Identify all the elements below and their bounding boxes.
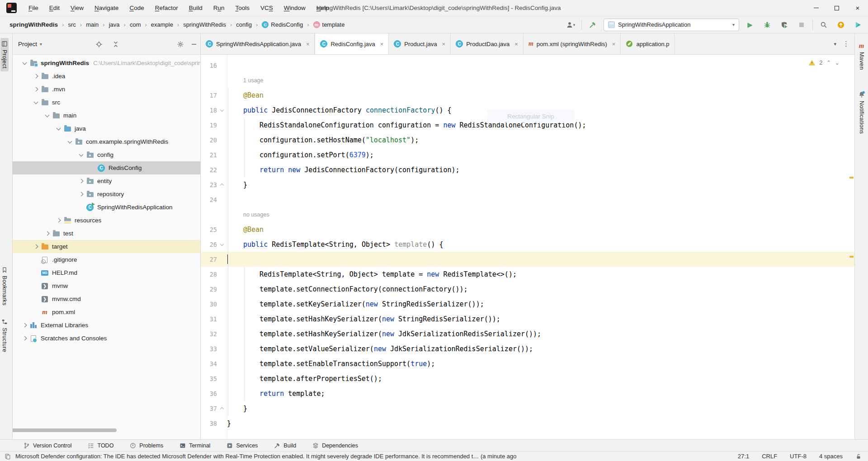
code-line-24[interactable]: 24 (201, 192, 854, 207)
tree-row-springwithredisapplication[interactable]: CSpringWithRedisApplication (13, 201, 200, 214)
line-number[interactable]: 37 (201, 405, 217, 412)
lock-icon[interactable] (855, 453, 862, 460)
line-number[interactable]: 17 (201, 92, 217, 99)
code-line-16[interactable]: 16 (201, 58, 854, 73)
chevron-down-icon[interactable] (53, 124, 63, 134)
toolwindow-dependencies[interactable]: Dependencies (312, 442, 358, 449)
indent-style[interactable]: 4 spaces (819, 453, 843, 460)
close-icon[interactable]: × (612, 41, 616, 47)
debug-button[interactable] (761, 19, 774, 31)
chevron-right-icon[interactable] (76, 189, 86, 199)
tree-row-main[interactable]: main (13, 109, 200, 122)
line-number[interactable]: 34 (201, 360, 217, 367)
run-button[interactable]: ▶ (744, 19, 756, 31)
menu-build[interactable]: Build (184, 2, 207, 14)
tree-row-gitignore[interactable]: .gitignore (13, 253, 200, 266)
menu-code[interactable]: Code (125, 2, 148, 14)
menu-file[interactable]: File (24, 2, 43, 14)
tree-row-entity[interactable]: entity (13, 174, 200, 188)
prev-warning-chevron-icon[interactable]: ⌃ (827, 60, 831, 66)
caret-position[interactable]: 27:1 (738, 453, 749, 460)
line-number[interactable]: 29 (201, 286, 217, 293)
hide-panel-button[interactable] (190, 40, 198, 48)
chevron-right-icon[interactable] (42, 229, 52, 239)
breadcrumb-item-main[interactable]: main (85, 20, 100, 29)
coverage-button[interactable] (778, 19, 791, 31)
next-warning-chevron-icon[interactable]: ⌃ (835, 60, 839, 66)
fold-gutter[interactable] (217, 109, 227, 111)
menu-edit[interactable]: Edit (45, 2, 64, 14)
horizontal-scrollbar[interactable] (13, 428, 117, 432)
panel-settings-button[interactable] (176, 40, 184, 48)
fold-gutter[interactable] (217, 183, 227, 187)
code-line-20[interactable]: 20configuration.setHostName("localhost")… (201, 132, 854, 147)
tab-product-java[interactable]: CProduct.java× (389, 33, 451, 54)
close-icon[interactable]: × (514, 41, 518, 47)
tree-row-idea[interactable]: .idea (13, 70, 200, 83)
tree-row-redisconfig[interactable]: CRedisConfig (13, 161, 200, 174)
toolwindow-terminal[interactable]: Terminal (179, 442, 210, 449)
chevron-right-icon[interactable] (31, 85, 41, 94)
chevron-down-icon[interactable] (42, 111, 52, 121)
tree-row-resources[interactable]: resources (13, 214, 200, 227)
menu-refactor[interactable]: Refactor (151, 2, 183, 14)
breadcrumb-item-com[interactable]: com (128, 20, 142, 29)
tree-row-pom-xml[interactable]: mpom.xml (13, 306, 200, 319)
line-number[interactable]: 22 (201, 166, 217, 174)
maximize-button[interactable] (826, 0, 847, 16)
search-everywhere-button[interactable] (817, 19, 830, 31)
close-icon[interactable]: × (306, 41, 310, 47)
minimize-button[interactable] (806, 0, 826, 16)
chevron-right-icon[interactable] (19, 320, 29, 330)
build-project-button[interactable] (586, 19, 599, 31)
line-number[interactable]: 36 (201, 390, 217, 397)
tab-springwithredisapplication-java[interactable]: CSpringWithRedisApplication.java× (201, 33, 315, 54)
code-line-25[interactable]: 25@Bean (201, 222, 854, 237)
line-number[interactable]: 27 (201, 256, 217, 263)
toolwindow-problems[interactable]: Problems (130, 442, 163, 449)
tree-row-test[interactable]: test (13, 227, 200, 240)
tree-row-scratches-and-consoles[interactable]: Scratches and Consoles (13, 332, 200, 345)
tree-row-mvnw-cmd[interactable]: ❯mvnw.cmd (13, 292, 200, 306)
code-line-31[interactable]: 31template.setHashKeySerializer(new Stri… (201, 311, 854, 326)
collapse-all-button[interactable] (112, 40, 120, 48)
line-number[interactable]: 31 (201, 315, 217, 323)
code-line-26[interactable]: 26public RedisTemplate<String, Object> t… (201, 237, 854, 252)
close-icon[interactable]: × (442, 41, 446, 47)
code-line-inlay[interactable]: 1 usage (201, 73, 854, 88)
code-line-17[interactable]: 17@Bean (201, 88, 854, 103)
tree-row-springwithredis[interactable]: springWithRedisC:\Users\Limark\Desktop\d… (13, 56, 200, 70)
stop-button[interactable] (795, 19, 808, 31)
tree-row-com-example-springwithredis[interactable]: com.example.springWithRedis (13, 135, 200, 148)
line-number[interactable]: 21 (201, 151, 217, 159)
code-line-inlay[interactable]: no usages (201, 207, 854, 222)
close-icon[interactable]: × (380, 41, 384, 47)
tree-row-repository[interactable]: repository (13, 188, 200, 201)
fold-gutter[interactable] (217, 407, 227, 410)
inspection-widget[interactable]: 2 ⌃ ⌃ (809, 59, 839, 66)
tree-row-external-libraries[interactable]: External Libraries (13, 319, 200, 332)
breadcrumb-item-example[interactable]: example (150, 20, 175, 29)
code-line-29[interactable]: 29template.setConnectionFactory(connecti… (201, 282, 854, 296)
breadcrumb-item-src[interactable]: src (66, 20, 77, 29)
breadcrumb-item-java[interactable]: java (108, 20, 121, 29)
tab-redisconfig-java[interactable]: CRedisConfig.java× (315, 33, 389, 54)
line-number[interactable]: 24 (201, 196, 217, 203)
vertical-scrollbar[interactable] (849, 55, 854, 439)
chevron-right-icon[interactable] (76, 176, 86, 186)
tree-row-mvnw[interactable]: ❯mvnw (13, 279, 200, 292)
chevron-down-icon[interactable] (76, 150, 86, 160)
status-message[interactable]: Microsoft Defender configuration: The ID… (0, 453, 516, 460)
more-options-icon[interactable]: ⋮ (843, 40, 850, 48)
tree-row-java[interactable]: java (13, 122, 200, 135)
breadcrumb-item-config[interactable]: config (235, 20, 253, 29)
tool-stripe-project[interactable]: Project (0, 38, 9, 71)
tree-row-mvn[interactable]: .mvn (13, 83, 200, 96)
close-button[interactable]: × (847, 0, 868, 16)
select-opened-file-button[interactable] (95, 40, 103, 48)
tool-stripe-structure[interactable]: Structure (0, 316, 9, 355)
line-number[interactable]: 30 (201, 301, 217, 308)
code-line-21[interactable]: 21configuration.setPort(6379); (201, 147, 854, 162)
code-line-22[interactable]: 22return new JedisConnectionFactory(conf… (201, 162, 854, 177)
toolwindow-version-control[interactable]: Version Control (24, 442, 71, 449)
